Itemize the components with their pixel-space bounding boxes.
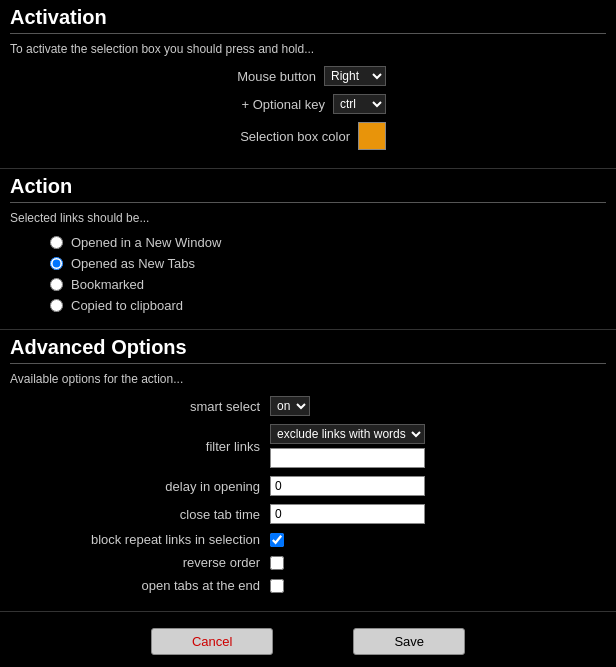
- radio-bookmarked-row: Bookmarked: [50, 277, 606, 292]
- delay-label: delay in opening: [10, 479, 270, 494]
- close-tab-input[interactable]: 0: [270, 504, 425, 524]
- block-repeat-checkbox[interactable]: [270, 533, 284, 547]
- radio-new-tabs-row: Opened as New Tabs: [50, 256, 606, 271]
- mouse-button-select[interactable]: Left Right Middle: [324, 66, 386, 86]
- cancel-button[interactable]: Cancel: [151, 628, 273, 655]
- optional-key-select[interactable]: none ctrl alt shift: [333, 94, 386, 114]
- radio-new-window[interactable]: [50, 236, 63, 249]
- close-tab-label: close tab time: [10, 507, 270, 522]
- action-title: Action: [10, 175, 606, 203]
- block-repeat-label: block repeat links in selection: [10, 532, 270, 547]
- delay-control: 0: [270, 476, 425, 496]
- filter-links-select[interactable]: exclude links with words include links w…: [270, 424, 425, 444]
- save-button[interactable]: Save: [353, 628, 465, 655]
- open-tabs-end-label: open tabs at the end: [10, 578, 270, 593]
- reverse-order-label: reverse order: [10, 555, 270, 570]
- activation-description: To activate the selection box you should…: [10, 42, 606, 56]
- radio-clipboard-label: Copied to clipboard: [71, 298, 183, 313]
- radio-bookmarked-label: Bookmarked: [71, 277, 144, 292]
- reverse-order-row: reverse order: [10, 555, 606, 570]
- advanced-section: Advanced Options Available options for t…: [0, 330, 616, 612]
- delay-row: delay in opening 0: [10, 476, 606, 496]
- block-repeat-control: [270, 533, 284, 547]
- smart-select-label: smart select: [10, 399, 270, 414]
- action-description: Selected links should be...: [10, 211, 606, 225]
- filter-links-input[interactable]: [270, 448, 425, 468]
- filter-links-row: filter links exclude links with words in…: [10, 424, 606, 468]
- action-section: Action Selected links should be... Opene…: [0, 169, 616, 330]
- radio-clipboard-row: Copied to clipboard: [50, 298, 606, 313]
- open-tabs-end-checkbox[interactable]: [270, 579, 284, 593]
- color-label: Selection box color: [240, 129, 350, 144]
- mouse-button-row: Mouse button Left Right Middle: [10, 66, 606, 86]
- open-tabs-end-row: open tabs at the end: [10, 578, 606, 593]
- reverse-order-checkbox[interactable]: [270, 556, 284, 570]
- footer: Cancel Save: [0, 612, 616, 665]
- color-row: Selection box color: [10, 122, 606, 150]
- action-radio-group: Opened in a New Window Opened as New Tab…: [50, 235, 606, 313]
- mouse-button-label: Mouse button: [237, 69, 316, 84]
- delay-input[interactable]: 0: [270, 476, 425, 496]
- reverse-order-control: [270, 556, 284, 570]
- smart-select-row: smart select on off: [10, 396, 606, 416]
- optional-key-row: + Optional key none ctrl alt shift: [10, 94, 606, 114]
- radio-new-tabs[interactable]: [50, 257, 63, 270]
- filter-links-control: exclude links with words include links w…: [270, 424, 425, 468]
- filter-links-label: filter links: [10, 439, 270, 454]
- smart-select-control: on off: [270, 396, 310, 416]
- open-tabs-end-control: [270, 579, 284, 593]
- optional-key-label: + Optional key: [242, 97, 325, 112]
- smart-select-select[interactable]: on off: [270, 396, 310, 416]
- radio-new-tabs-label: Opened as New Tabs: [71, 256, 195, 271]
- activation-section: Activation To activate the selection box…: [0, 0, 616, 169]
- block-repeat-row: block repeat links in selection: [10, 532, 606, 547]
- close-tab-row: close tab time 0: [10, 504, 606, 524]
- radio-new-window-row: Opened in a New Window: [50, 235, 606, 250]
- radio-clipboard[interactable]: [50, 299, 63, 312]
- close-tab-control: 0: [270, 504, 425, 524]
- color-swatch[interactable]: [358, 122, 386, 150]
- advanced-description: Available options for the action...: [10, 372, 606, 386]
- activation-title: Activation: [10, 6, 606, 34]
- advanced-title: Advanced Options: [10, 336, 606, 364]
- radio-bookmarked[interactable]: [50, 278, 63, 291]
- radio-new-window-label: Opened in a New Window: [71, 235, 221, 250]
